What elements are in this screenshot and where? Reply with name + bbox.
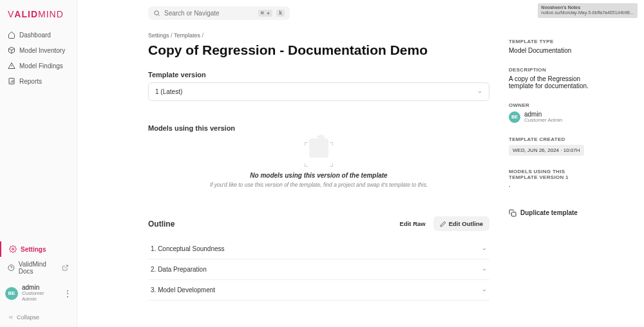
version-label: Template version	[148, 71, 489, 79]
edit-outline-button[interactable]: Edit Outline	[433, 216, 489, 231]
nav-reports[interactable]: Reports	[0, 73, 77, 89]
meta-desc-value: A copy of the Regression template for do…	[509, 75, 592, 89]
meta-type-label: TEMPLATE TYPE	[509, 39, 625, 44]
search-icon	[153, 10, 160, 17]
chevron-down-icon	[477, 89, 482, 95]
sidebar: VALIDMIND Dashboard Model Inventory Mode…	[0, 0, 77, 327]
search-bar[interactable]: ⌘ + k	[148, 6, 290, 20]
user-block: BE admin Customer Admin ⋮	[0, 279, 77, 308]
nav-label: Dashboard	[19, 32, 51, 39]
nav-label: Model Inventory	[19, 47, 65, 54]
gear-icon	[9, 245, 17, 253]
owner-role: Customer Admin	[524, 118, 562, 124]
nav-label: Reports	[19, 78, 42, 85]
outline-item[interactable]: 1. Conceptual Soundness	[148, 239, 489, 259]
collapse-label: Collapse	[17, 314, 39, 321]
warning-icon	[8, 62, 15, 70]
user-avatar: BE	[5, 287, 18, 300]
nav-settings[interactable]: Settings	[0, 241, 77, 257]
bc-settings[interactable]: Settings	[148, 32, 169, 39]
nav-findings[interactable]: Model Findings	[0, 58, 77, 73]
puzzle-icon	[309, 138, 328, 158]
meta-using-label: MODELS USING THIS TEMPLATE VERSION 1	[509, 169, 592, 180]
bc-templates[interactable]: Templates	[174, 32, 200, 39]
empty-title: No models using this version of the temp…	[148, 172, 489, 179]
nav-dashboard[interactable]: Dashboard	[0, 27, 77, 42]
meta-created-badge: WED, JUN 26, 2024 · 10:07H	[509, 145, 584, 156]
meta-created-label: TEMPLATE CREATED	[509, 136, 625, 142]
outline-item[interactable]: 3. Model Development	[148, 280, 489, 301]
user-menu-button[interactable]: ⋮	[64, 289, 71, 298]
copy-icon	[509, 209, 516, 217]
pencil-icon	[440, 221, 446, 227]
nav-label: Settings	[21, 246, 46, 253]
page-title: Copy of Regression - Documentation Demo	[148, 42, 489, 58]
collapse-sidebar[interactable]: Collapse	[0, 308, 77, 327]
meta-owner-label: OWNER	[509, 102, 625, 108]
empty-state: ? No models using this version of the te…	[148, 138, 489, 188]
svg-point-3	[155, 11, 158, 15]
meta-desc-label: DESCRIPTION	[509, 67, 625, 73]
user-role: Customer Admin	[22, 291, 60, 303]
version-value: 1 (Latest)	[155, 88, 182, 95]
edit-raw-button[interactable]: Edit Raw	[400, 220, 426, 227]
meta-type-value: Model Documentation	[509, 47, 625, 54]
svg-rect-4	[512, 212, 516, 216]
outline-label: Outline	[148, 220, 175, 229]
chevron-down-icon	[482, 267, 487, 272]
chevron-down-icon	[482, 288, 487, 293]
nav-label: ValidMind Docs	[19, 261, 59, 275]
chevron-down-icon	[482, 247, 487, 252]
empty-subtitle: If you'd like to use this version of the…	[148, 182, 489, 188]
duplicate-button[interactable]: Duplicate template	[509, 209, 625, 217]
main: ⌘ + k Noosheen's Notes notion.so/Monday-…	[77, 0, 644, 327]
meta-using-value: ·	[509, 183, 625, 190]
svg-point-1	[12, 248, 14, 250]
search-input[interactable]	[164, 10, 254, 17]
breadcrumb: Settings / Templates /	[148, 32, 489, 39]
kbd-hint: ⌘ +	[258, 10, 272, 17]
home-icon	[8, 31, 15, 39]
nav-docs[interactable]: ValidMind Docs	[0, 257, 77, 279]
chevron-left-icon	[8, 314, 14, 321]
cube-icon	[8, 46, 15, 54]
report-icon	[8, 77, 15, 85]
kbd-hint: k	[276, 10, 285, 17]
nav-inventory[interactable]: Model Inventory	[0, 42, 77, 58]
browser-tooltip: Noosheen's Notes notion.so/Monday-May-5-…	[538, 3, 638, 18]
help-icon	[8, 264, 15, 272]
owner-avatar: BE	[509, 111, 520, 123]
outline-item[interactable]: 2. Data Preparation	[148, 259, 489, 280]
nav-label: Model Findings	[19, 62, 63, 70]
external-icon	[62, 264, 69, 272]
models-label: Models using this version	[148, 124, 489, 132]
empty-illustration: ?	[305, 138, 333, 167]
logo: VALIDMIND	[0, 5, 77, 27]
version-select[interactable]: 1 (Latest)	[148, 82, 489, 101]
